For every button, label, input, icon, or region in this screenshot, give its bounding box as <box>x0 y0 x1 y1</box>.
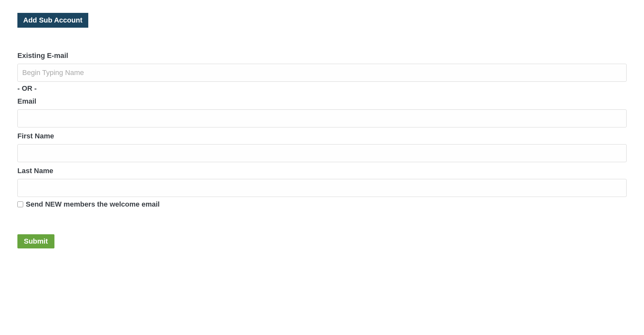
last-name-input[interactable] <box>17 179 627 197</box>
existing-email-label: Existing E-mail <box>17 51 627 60</box>
email-input[interactable] <box>17 109 627 127</box>
email-group: Email <box>17 97 627 127</box>
first-name-input[interactable] <box>17 144 627 162</box>
existing-email-group: Existing E-mail <box>17 51 627 82</box>
last-name-group: Last Name <box>17 167 627 197</box>
welcome-email-row: Send NEW members the welcome email <box>17 200 627 209</box>
page-title-badge: Add Sub Account <box>17 13 88 28</box>
existing-email-input[interactable] <box>17 64 627 82</box>
or-divider: - OR - <box>17 84 627 93</box>
welcome-email-checkbox[interactable] <box>17 201 23 207</box>
last-name-label: Last Name <box>17 167 627 175</box>
first-name-label: First Name <box>17 132 627 140</box>
submit-button[interactable]: Submit <box>17 234 54 248</box>
email-label: Email <box>17 97 627 106</box>
welcome-email-label: Send NEW members the welcome email <box>26 200 160 209</box>
first-name-group: First Name <box>17 132 627 162</box>
